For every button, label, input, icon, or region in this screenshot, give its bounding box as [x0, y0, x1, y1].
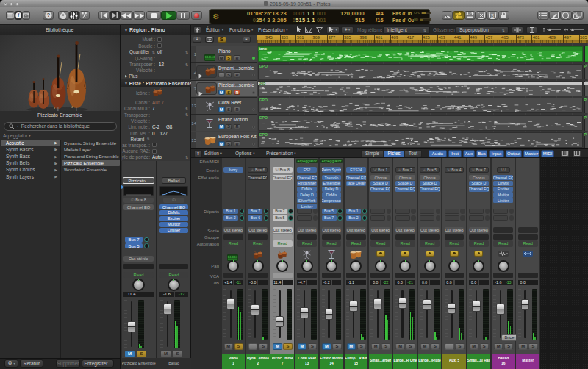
svg-text:i: i [18, 12, 19, 18]
svg-text:?: ? [46, 12, 49, 18]
svg-text:S: S [491, 13, 495, 18]
